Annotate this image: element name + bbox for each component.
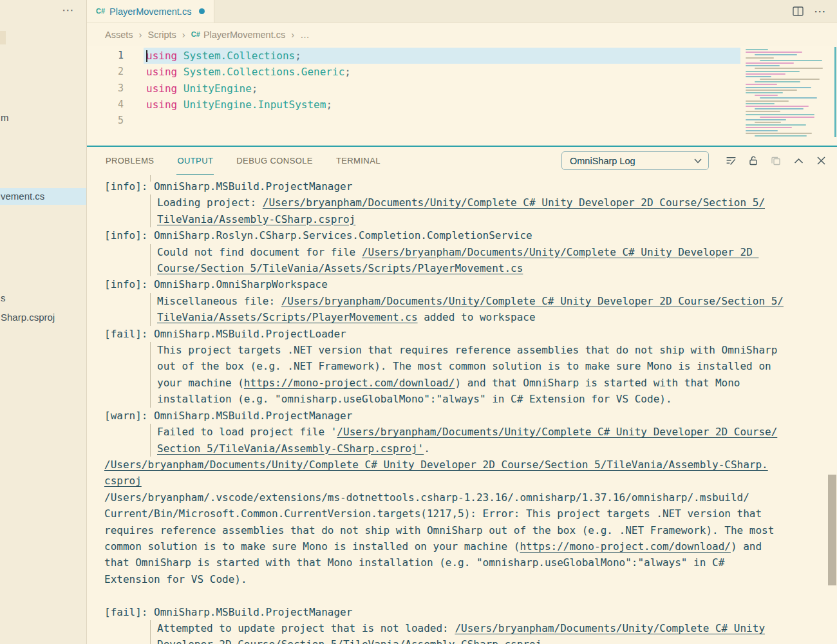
breadcrumb-separator: › xyxy=(291,29,294,40)
minimap-line xyxy=(746,133,812,134)
log-text: [info]: OmniSharp.Roslyn.CSharp.Services… xyxy=(104,229,532,242)
minimap[interactable] xyxy=(740,46,837,141)
editor-lines: 1using System.Collections;2using System.… xyxy=(87,48,837,129)
tab-title: PlayerMovement.cs xyxy=(109,6,191,17)
log-line: [warn]: OmniSharp.MSBuild.ProjectManager xyxy=(104,408,837,424)
log-line: Current/Bin/Microsoft.Common.CurrentVers… xyxy=(104,506,837,522)
breadcrumb-item[interactable]: Scripts xyxy=(148,30,176,40)
minimap-line xyxy=(755,68,823,69)
log-line: [info]: OmniSharp.Roslyn.CSharp.Services… xyxy=(104,227,837,243)
panel-tab-problems[interactable]: PROBLEMS xyxy=(105,147,155,175)
minimap-line xyxy=(746,62,794,64)
close-icon xyxy=(817,156,825,165)
breadcrumb-item[interactable]: … xyxy=(300,30,310,40)
tab-playermovement[interactable]: C# PlayerMovement.cs xyxy=(87,0,214,23)
log-line: your machine (https://mono-project.com/d… xyxy=(150,375,837,391)
chevron-up-icon xyxy=(794,158,804,164)
minimap-line xyxy=(746,92,783,93)
log-line: /Users/bryanpham/Documents/Unity/Complet… xyxy=(104,457,837,473)
code-line[interactable]: 2using System.Collections.Generic; xyxy=(87,64,837,80)
output-channel-value: OmniSharp Log xyxy=(570,156,635,166)
log-text: Could not find document for file xyxy=(157,246,362,258)
minimap-line xyxy=(746,100,789,102)
breadcrumb-item[interactable]: C#PlayerMovement.cs xyxy=(191,30,285,40)
minimap-line xyxy=(760,60,822,61)
code-line[interactable]: 5 xyxy=(87,113,837,129)
tab-bar-actions: ⋯ xyxy=(791,0,837,23)
minimap-line xyxy=(746,130,778,131)
unlock-icon-button[interactable] xyxy=(746,154,760,168)
sidebar-file-item[interactable]: vement.cs xyxy=(0,188,86,205)
minimap-line xyxy=(746,71,800,72)
minimap-line xyxy=(755,135,807,137)
log-text: [info]: OmniSharp.MSBuild.ProjectManager xyxy=(104,180,352,193)
log-line: Attempted to update project that is not … xyxy=(150,620,837,636)
panel-controls: OmniSharp Log xyxy=(561,147,828,175)
log-text: Current/Bin/Microsoft.Common.CurrentVers… xyxy=(104,507,762,520)
log-text: ) and xyxy=(731,540,762,553)
log-text: [fail]: OmniSharp.MSBuild.ProjectManager xyxy=(104,606,352,618)
log-link[interactable]: TileVania/Assets/Scripts/PlayerMovement.… xyxy=(157,311,418,323)
log-line: [fail]: OmniSharp.MSBuild.ProjectManager xyxy=(104,604,837,620)
editor-group: C# PlayerMovement.cs ⋯ Assets›Scripts›C#… xyxy=(87,0,837,644)
log-link[interactable]: Section 5/TileVania/Assembly-CSharp.cspr… xyxy=(157,442,424,455)
log-link[interactable]: csproj xyxy=(104,475,142,487)
log-line xyxy=(104,587,837,603)
minimap-line xyxy=(746,124,806,126)
csharp-file-icon: C# xyxy=(191,31,200,38)
line-number: 1 xyxy=(87,48,124,64)
log-link[interactable]: /Users/bryanpham/Documents/Unity/Complet… xyxy=(104,459,768,471)
log-line: Developer 2D Course/Section 5/TileVania/… xyxy=(150,636,837,644)
modified-indicator-icon xyxy=(199,8,205,14)
log-text: ) and that OmniSharp is started with tha… xyxy=(455,377,740,389)
panel-scrollbar[interactable] xyxy=(828,475,836,585)
code-line[interactable]: 3using UnityEngine; xyxy=(87,80,837,97)
sidebar-file-item[interactable]: s xyxy=(0,290,86,307)
explorer-sidebar: ⋯ mvement.cssSharp.csproj xyxy=(0,0,87,644)
minimap-line xyxy=(760,79,820,80)
minimap-line xyxy=(746,103,775,104)
minimap-line xyxy=(746,76,771,77)
log-line: /Users/bryanpham/.vscode/extensions/ms-d… xyxy=(104,489,837,506)
log-link[interactable]: https://mono-project.com/download/ xyxy=(244,377,455,389)
log-link[interactable]: /Users/bryanpham/Documents/Unity/Complet… xyxy=(455,622,765,634)
log-line: [info]: OmniSharp.MSBuild.ProjectManager xyxy=(104,178,837,194)
log-link[interactable]: Course/Section 5/TileVania/Assets/Script… xyxy=(157,262,523,274)
log-line: Extension for VS Code). xyxy=(104,571,837,587)
split-editor-button[interactable] xyxy=(791,5,805,19)
log-link[interactable]: /Users/bryanpham/Documents/Unity/Complet… xyxy=(281,295,784,307)
log-link[interactable]: /Users/bryanpham/Documents/Unity/Complet… xyxy=(337,426,777,438)
close-panel-button[interactable] xyxy=(814,154,828,168)
log-link[interactable]: TileVania/Assembly-CSharp.csproj xyxy=(157,213,355,225)
clear-output-button[interactable] xyxy=(724,154,738,168)
minimap-line xyxy=(760,117,814,118)
minimap-line xyxy=(746,127,792,128)
log-link[interactable]: /Users/bryanpham/Documents/Unity/Complet… xyxy=(263,196,765,209)
panel-tab-terminal[interactable]: TERMINAL xyxy=(335,147,381,175)
output-channel-select[interactable]: OmniSharp Log xyxy=(561,151,709,170)
maximize-panel-button[interactable] xyxy=(791,154,805,168)
sidebar-file-item[interactable]: Sharp.csproj xyxy=(0,309,86,326)
copy-output-button[interactable] xyxy=(769,154,783,168)
log-link[interactable]: /Users/bryanpham/Documents/Unity/Complet… xyxy=(362,246,759,258)
minimap-line xyxy=(746,57,774,59)
minimap-line xyxy=(746,114,814,115)
code-line[interactable]: 4using UnityEngine.InputSystem; xyxy=(87,97,837,113)
log-text: [warn]: OmniSharp.MSBuild.ProjectManager xyxy=(104,410,352,422)
minimap-line xyxy=(746,119,786,120)
sidebar-file-item[interactable]: m xyxy=(0,109,86,126)
breadcrumb-item[interactable]: Assets xyxy=(105,30,133,40)
log-line: TileVania/Assets/Scripts/PlayerMovement.… xyxy=(150,309,837,325)
log-link[interactable]: Developer 2D Course/Section 5/TileVania/… xyxy=(157,638,541,644)
code-editor[interactable]: 1using System.Collections;2using System.… xyxy=(87,46,837,146)
panel-tab-debug-console[interactable]: DEBUG CONSOLE xyxy=(236,147,314,175)
more-actions-icon[interactable]: ⋯ xyxy=(62,3,75,17)
sidebar-scroll-decoration xyxy=(0,31,6,44)
editor-more-actions-button[interactable]: ⋯ xyxy=(814,4,827,19)
panel-tab-output[interactable]: OUTPUT xyxy=(176,147,214,175)
log-line: Could not find document for file /Users/… xyxy=(150,244,837,260)
minimap-line xyxy=(746,111,780,112)
log-text: your machine ( xyxy=(157,377,244,389)
code-line[interactable]: 1using System.Collections; xyxy=(87,48,837,64)
log-link[interactable]: https://mono-project.com/download/ xyxy=(520,540,731,553)
